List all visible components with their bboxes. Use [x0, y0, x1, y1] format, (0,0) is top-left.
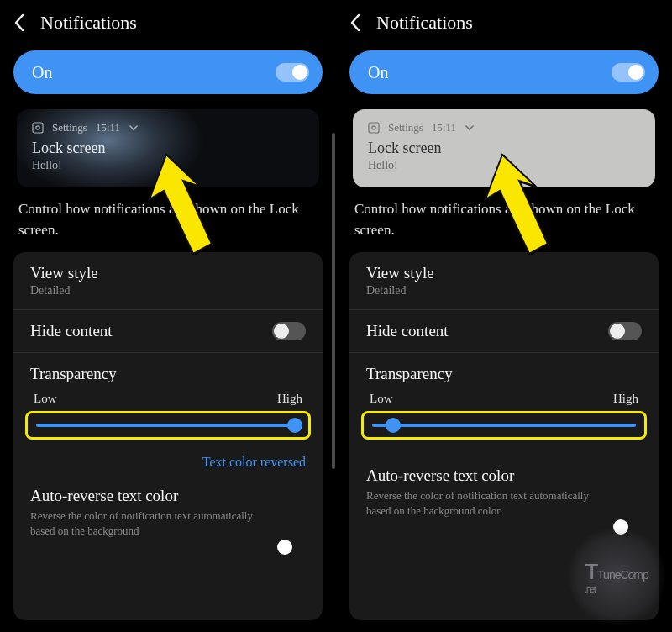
settings-app-icon	[368, 122, 380, 134]
hide-content-row[interactable]: Hide content	[349, 310, 659, 353]
master-toggle-bar[interactable]: On	[349, 50, 659, 94]
view-style-value: Detailed	[30, 284, 98, 298]
preview-time: 15:11	[432, 121, 456, 134]
auto-reverse-label: Auto-reverse text color	[30, 487, 306, 505]
transparency-high-label: High	[277, 392, 302, 406]
hide-content-switch[interactable]	[608, 322, 642, 340]
preview-title: Lock screen	[368, 140, 640, 157]
transparency-slider-highlight	[361, 411, 647, 440]
transparency-label: Transparency	[30, 365, 306, 383]
settings-pane-left: Notifications On Settings 15:11 Lock scr…	[0, 0, 336, 632]
hide-content-label: Hide content	[366, 322, 449, 340]
settings-pane-right: Notifications On Settings 15:11 Lock scr…	[336, 0, 672, 632]
transparency-slider-thumb[interactable]	[386, 418, 401, 433]
settings-app-icon	[32, 122, 44, 134]
auto-reverse-desc: Reverse the color of notification text a…	[366, 488, 642, 518]
transparency-row: Transparency Low High	[13, 353, 323, 448]
svg-point-1	[36, 126, 39, 129]
chevron-down-icon[interactable]	[129, 121, 139, 134]
transparency-slider-highlight	[25, 411, 311, 440]
svg-rect-0	[33, 123, 43, 133]
transparency-slider[interactable]	[36, 424, 300, 427]
master-toggle-label: On	[368, 63, 388, 82]
notification-preview: Settings 15:11 Lock screen Hello!	[17, 109, 319, 187]
hide-content-switch[interactable]	[272, 322, 306, 340]
preview-body: Hello!	[368, 159, 640, 172]
header: Notifications	[0, 0, 336, 44]
back-icon[interactable]	[13, 13, 25, 32]
master-toggle-switch[interactable]	[612, 63, 645, 82]
preview-body: Hello!	[32, 159, 304, 172]
transparency-label: Transparency	[366, 365, 642, 383]
preview-time: 15:11	[96, 121, 120, 134]
auto-reverse-label: Auto-reverse text color	[366, 466, 642, 485]
section-description: Control how notifications are shown on t…	[336, 199, 672, 252]
section-description: Control how notifications are shown on t…	[0, 199, 336, 252]
transparency-slider[interactable]	[372, 424, 636, 427]
auto-reverse-row[interactable]: Auto-reverse text color Reverse the colo…	[13, 478, 323, 538]
transparency-high-label: High	[613, 392, 638, 406]
master-toggle-label: On	[32, 63, 52, 82]
settings-list: View style Detailed Hide content Transpa…	[349, 252, 659, 620]
transparency-slider-thumb[interactable]	[287, 418, 302, 433]
transparency-low-label: Low	[34, 392, 57, 406]
svg-point-3	[372, 126, 375, 129]
view-style-row[interactable]: View style Detailed	[13, 252, 323, 310]
view-style-value: Detailed	[366, 284, 434, 298]
svg-rect-2	[369, 123, 379, 133]
preview-title: Lock screen	[32, 140, 304, 157]
hide-content-label: Hide content	[30, 322, 113, 340]
master-toggle-switch[interactable]	[276, 63, 309, 82]
page-title: Notifications	[40, 12, 137, 34]
hide-content-row[interactable]: Hide content	[13, 310, 323, 353]
view-style-label: View style	[30, 264, 98, 282]
page-title: Notifications	[376, 12, 473, 34]
settings-list: View style Detailed Hide content Transpa…	[13, 252, 323, 620]
view-style-label: View style	[366, 264, 434, 282]
notification-preview: Settings 15:11 Lock screen Hello!	[353, 109, 655, 187]
master-toggle-bar[interactable]: On	[13, 50, 323, 94]
text-color-reversed-link[interactable]: Text color reversed	[13, 448, 323, 478]
transparency-row: Transparency Low High	[349, 353, 659, 448]
preview-app-name: Settings	[52, 121, 87, 134]
transparency-low-label: Low	[370, 392, 393, 406]
header: Notifications	[336, 0, 672, 44]
preview-app-name: Settings	[388, 121, 423, 134]
chevron-down-icon[interactable]	[465, 121, 475, 134]
view-style-row[interactable]: View style Detailed	[349, 252, 659, 310]
auto-reverse-desc: Reverse the color of notification text a…	[30, 508, 306, 538]
scrollbar[interactable]	[332, 133, 335, 469]
back-icon[interactable]	[349, 13, 361, 32]
auto-reverse-row[interactable]: Auto-reverse text color Reverse the colo…	[349, 458, 659, 518]
